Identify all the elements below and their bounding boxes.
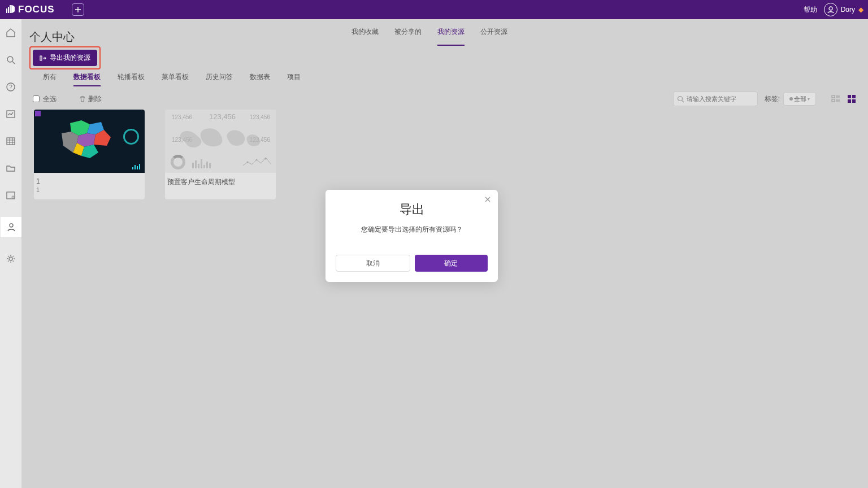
close-icon [484,196,491,203]
modal-message: 您确定要导出选择的所有资源吗？ [336,225,488,234]
modal-title: 导出 [336,201,488,218]
export-modal: 导出 您确定要导出选择的所有资源吗？ 取消 确定 [326,190,498,282]
modal-ok-button[interactable]: 确定 [415,255,488,272]
modal-close-button[interactable] [484,195,491,204]
modal-cancel-button[interactable]: 取消 [336,255,410,272]
